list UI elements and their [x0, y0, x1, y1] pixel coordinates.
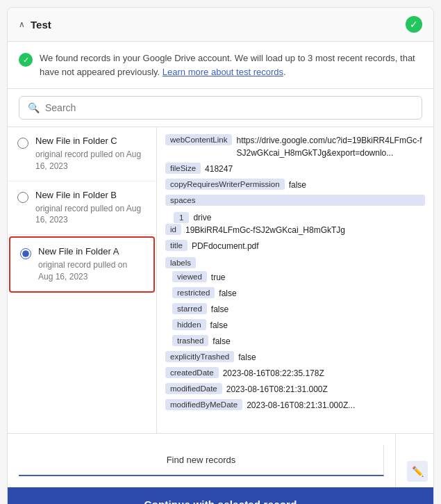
restricted-row: restricted false — [172, 287, 425, 300]
viewed-key: viewed — [172, 271, 207, 282]
bottom-section: Find new records ✏️ — [8, 433, 433, 487]
viewed-row: viewed true — [172, 271, 425, 284]
spaces-section: spaces 1 drive — [165, 195, 425, 224]
find-new-area: Find new records — [8, 434, 396, 487]
main-container: ∧ Test ✓ ✓ We found records in your Goog… — [7, 7, 434, 504]
spaces-key: spaces — [165, 195, 425, 206]
record-item-folder-c[interactable]: New File in Folder C original record pul… — [8, 127, 156, 181]
header: ∧ Test ✓ — [8, 8, 433, 42]
id-row: id 19BkiRR4LFmGc-fSJ2wGKcai_H8mGkTJg — [165, 224, 425, 236]
modifiedby-row: modifiedByMeDate 2023-08-16T08:21:31.000… — [165, 399, 425, 412]
record-name-a: New File in Folder A — [38, 246, 144, 257]
records-list: New File in Folder C original record pul… — [8, 127, 157, 433]
record-info-c: New File in Folder C original record pul… — [35, 136, 147, 172]
createddate-row: createdDate 2023-08-16T08:22:35.178Z — [165, 367, 425, 380]
modifiedby-key: modifiedByMeDate — [165, 399, 242, 410]
copyrequires-key: copyRequiresWriterPermission — [165, 179, 285, 190]
hidden-row: hidden false — [172, 319, 425, 332]
webcontentlink-key: webContentLink — [165, 134, 232, 145]
labels-key: labels — [165, 257, 196, 268]
labels-section: labels viewed true restricted false star… — [165, 256, 425, 348]
starred-key: starred — [172, 303, 207, 314]
createddate-value: 2023-08-16T08:22:35.178Z — [223, 367, 324, 380]
banner-text: We found records in your Google Drive ac… — [40, 51, 422, 79]
record-item-folder-b[interactable]: New File in Folder B original record pul… — [8, 181, 156, 236]
space-row: 1 drive — [174, 211, 425, 224]
chevron-up-icon: ∧ — [19, 19, 25, 29]
info-banner: ✓ We found records in your Google Drive … — [8, 42, 433, 89]
title-key: title — [165, 240, 188, 251]
success-icon: ✓ — [406, 16, 422, 33]
edit-area: ✏️ — [396, 434, 433, 487]
detail-panel: webContentLink https://drive.google.com/… — [157, 127, 433, 433]
continue-button[interactable]: Continue with selected record — [8, 487, 433, 504]
restricted-key: restricted — [172, 287, 215, 298]
record-name-b: New File in Folder B — [35, 190, 147, 200]
record-date-a: original record pulled on Aug 16, 2023 — [38, 259, 144, 283]
record-info-a: New File in Folder A original record pul… — [38, 246, 144, 283]
record-item-folder-a[interactable]: New File in Folder A original record pul… — [9, 236, 155, 293]
learn-more-link[interactable]: Learn more about test records — [163, 67, 283, 77]
webcontentlink-value: https://drive.google.com/uc?id=19BkiRR4L… — [236, 134, 425, 159]
search-bar: 🔍 — [8, 89, 433, 127]
record-radio-a[interactable] — [20, 248, 31, 259]
title-value: PDFdocument.pdf — [192, 240, 259, 252]
restricted-value: false — [219, 287, 236, 300]
filesize-key: fileSize — [165, 163, 201, 174]
copyrequires-row: copyRequiresWriterPermission false — [165, 179, 425, 191]
search-icon: 🔍 — [28, 102, 40, 113]
explicitlytrashed-key: explicitlyTrashed — [165, 351, 234, 362]
record-date-b: original record pulled on Aug 16, 2023 — [35, 203, 147, 227]
explicitlytrashed-value: false — [238, 351, 256, 364]
find-new-records-button[interactable]: Find new records — [19, 445, 384, 476]
trashed-value: false — [213, 335, 230, 348]
record-name-c: New File in Folder C — [35, 136, 147, 146]
labels-rows: viewed true restricted false starred fal… — [172, 271, 425, 348]
explicitlytrashed-row: explicitlyTrashed false — [165, 351, 425, 364]
record-info-b: New File in Folder B original record pul… — [35, 190, 147, 227]
viewed-value: true — [211, 271, 226, 284]
webcontentlink-row: webContentLink https://drive.google.com/… — [165, 134, 425, 159]
hidden-value: false — [210, 319, 228, 332]
search-input[interactable] — [45, 102, 413, 113]
modifieddate-key: modifiedDate — [165, 383, 222, 394]
spaces-value: drive — [193, 211, 211, 224]
record-radio-c[interactable] — [17, 138, 28, 149]
title-row: title PDFdocument.pdf — [165, 240, 425, 252]
modifieddate-value: 2023-08-16T08:21:31.000Z — [226, 383, 328, 396]
main-content: New File in Folder C original record pul… — [8, 127, 433, 433]
filesize-row: fileSize 418247 — [165, 163, 425, 175]
copyrequires-value: false — [289, 179, 306, 191]
record-date-c: original record pulled on Aug 16, 2023 — [35, 149, 147, 172]
record-radio-b[interactable] — [17, 192, 28, 203]
modifiedby-value: 2023-08-16T08:21:31.000Z... — [247, 399, 355, 412]
info-check-icon: ✓ — [19, 53, 33, 67]
page-title: Test — [31, 19, 51, 31]
hidden-key: hidden — [172, 319, 206, 330]
createddate-key: createdDate — [165, 367, 219, 378]
trashed-row: trashed false — [172, 335, 425, 348]
search-wrapper[interactable]: 🔍 — [19, 96, 422, 120]
starred-value: false — [211, 303, 228, 316]
trashed-key: trashed — [172, 335, 208, 346]
spaces-number: 1 — [174, 212, 189, 223]
modifieddate-row: modifiedDate 2023-08-16T08:21:31.000Z — [165, 383, 425, 396]
edit-icon-button[interactable]: ✏️ — [407, 461, 428, 482]
id-value: 19BkiRR4LFmGc-fSJ2wGKcai_H8mGkTJg — [185, 224, 345, 236]
id-key: id — [165, 224, 181, 235]
filesize-value: 418247 — [205, 163, 233, 175]
starred-row: starred false — [172, 303, 425, 316]
header-left: ∧ Test — [19, 19, 51, 31]
